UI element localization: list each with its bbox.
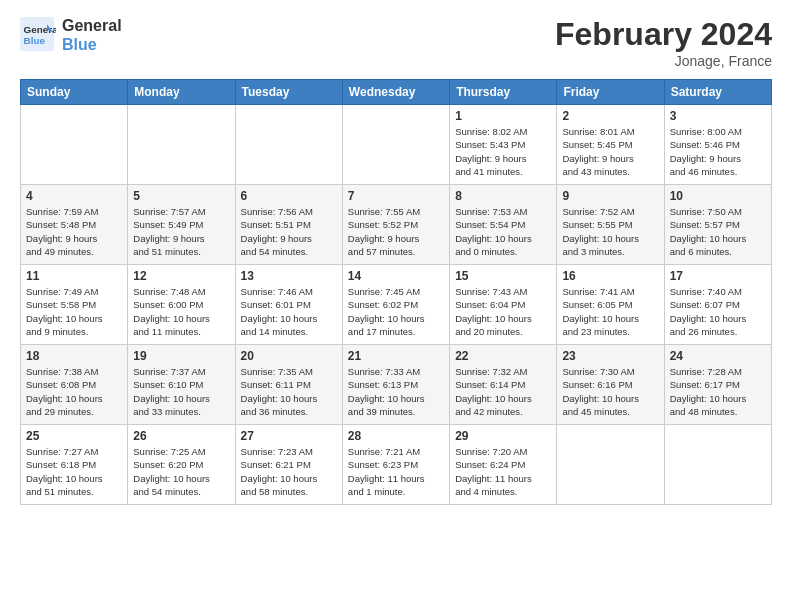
calendar-header: SundayMondayTuesdayWednesdayThursdayFrid…: [21, 80, 772, 105]
day-cell: 23Sunrise: 7:30 AM Sunset: 6:16 PM Dayli…: [557, 345, 664, 425]
day-info: Sunrise: 7:53 AM Sunset: 5:54 PM Dayligh…: [455, 205, 551, 258]
day-number: 22: [455, 349, 551, 363]
day-cell: [21, 105, 128, 185]
day-info: Sunrise: 7:38 AM Sunset: 6:08 PM Dayligh…: [26, 365, 122, 418]
day-number: 12: [133, 269, 229, 283]
day-cell: 3Sunrise: 8:00 AM Sunset: 5:46 PM Daylig…: [664, 105, 771, 185]
header-cell-sunday: Sunday: [21, 80, 128, 105]
day-cell: 6Sunrise: 7:56 AM Sunset: 5:51 PM Daylig…: [235, 185, 342, 265]
day-number: 14: [348, 269, 444, 283]
day-number: 13: [241, 269, 337, 283]
day-info: Sunrise: 7:21 AM Sunset: 6:23 PM Dayligh…: [348, 445, 444, 498]
day-info: Sunrise: 7:37 AM Sunset: 6:10 PM Dayligh…: [133, 365, 229, 418]
day-cell: 24Sunrise: 7:28 AM Sunset: 6:17 PM Dayli…: [664, 345, 771, 425]
day-number: 9: [562, 189, 658, 203]
day-info: Sunrise: 7:41 AM Sunset: 6:05 PM Dayligh…: [562, 285, 658, 338]
day-info: Sunrise: 7:35 AM Sunset: 6:11 PM Dayligh…: [241, 365, 337, 418]
day-cell: 5Sunrise: 7:57 AM Sunset: 5:49 PM Daylig…: [128, 185, 235, 265]
day-info: Sunrise: 7:43 AM Sunset: 6:04 PM Dayligh…: [455, 285, 551, 338]
logo-icon: General Blue: [20, 17, 56, 53]
day-cell: 11Sunrise: 7:49 AM Sunset: 5:58 PM Dayli…: [21, 265, 128, 345]
day-number: 16: [562, 269, 658, 283]
day-cell: 25Sunrise: 7:27 AM Sunset: 6:18 PM Dayli…: [21, 425, 128, 505]
week-row-3: 11Sunrise: 7:49 AM Sunset: 5:58 PM Dayli…: [21, 265, 772, 345]
day-cell: 10Sunrise: 7:50 AM Sunset: 5:57 PM Dayli…: [664, 185, 771, 265]
day-number: 19: [133, 349, 229, 363]
day-info: Sunrise: 7:48 AM Sunset: 6:00 PM Dayligh…: [133, 285, 229, 338]
day-info: Sunrise: 7:20 AM Sunset: 6:24 PM Dayligh…: [455, 445, 551, 498]
header-cell-thursday: Thursday: [450, 80, 557, 105]
day-cell: 20Sunrise: 7:35 AM Sunset: 6:11 PM Dayli…: [235, 345, 342, 425]
week-row-1: 1Sunrise: 8:02 AM Sunset: 5:43 PM Daylig…: [21, 105, 772, 185]
day-cell: 12Sunrise: 7:48 AM Sunset: 6:00 PM Dayli…: [128, 265, 235, 345]
day-info: Sunrise: 7:55 AM Sunset: 5:52 PM Dayligh…: [348, 205, 444, 258]
header-cell-monday: Monday: [128, 80, 235, 105]
day-cell: 14Sunrise: 7:45 AM Sunset: 6:02 PM Dayli…: [342, 265, 449, 345]
day-cell: 4Sunrise: 7:59 AM Sunset: 5:48 PM Daylig…: [21, 185, 128, 265]
day-number: 18: [26, 349, 122, 363]
day-info: Sunrise: 7:49 AM Sunset: 5:58 PM Dayligh…: [26, 285, 122, 338]
location: Jonage, France: [555, 53, 772, 69]
day-cell: [664, 425, 771, 505]
day-info: Sunrise: 7:59 AM Sunset: 5:48 PM Dayligh…: [26, 205, 122, 258]
day-cell: [128, 105, 235, 185]
day-info: Sunrise: 7:56 AM Sunset: 5:51 PM Dayligh…: [241, 205, 337, 258]
header-cell-friday: Friday: [557, 80, 664, 105]
day-cell: 27Sunrise: 7:23 AM Sunset: 6:21 PM Dayli…: [235, 425, 342, 505]
day-info: Sunrise: 7:28 AM Sunset: 6:17 PM Dayligh…: [670, 365, 766, 418]
day-number: 23: [562, 349, 658, 363]
day-cell: [557, 425, 664, 505]
calendar-body: 1Sunrise: 8:02 AM Sunset: 5:43 PM Daylig…: [21, 105, 772, 505]
day-cell: 18Sunrise: 7:38 AM Sunset: 6:08 PM Dayli…: [21, 345, 128, 425]
day-cell: [235, 105, 342, 185]
day-number: 2: [562, 109, 658, 123]
header: General Blue General Blue February 2024 …: [20, 16, 772, 69]
logo-text: General Blue: [62, 16, 122, 54]
day-info: Sunrise: 7:45 AM Sunset: 6:02 PM Dayligh…: [348, 285, 444, 338]
day-cell: [342, 105, 449, 185]
header-cell-tuesday: Tuesday: [235, 80, 342, 105]
day-number: 17: [670, 269, 766, 283]
day-info: Sunrise: 7:57 AM Sunset: 5:49 PM Dayligh…: [133, 205, 229, 258]
day-cell: 21Sunrise: 7:33 AM Sunset: 6:13 PM Dayli…: [342, 345, 449, 425]
week-row-2: 4Sunrise: 7:59 AM Sunset: 5:48 PM Daylig…: [21, 185, 772, 265]
day-number: 27: [241, 429, 337, 443]
week-row-4: 18Sunrise: 7:38 AM Sunset: 6:08 PM Dayli…: [21, 345, 772, 425]
day-number: 3: [670, 109, 766, 123]
day-number: 11: [26, 269, 122, 283]
day-info: Sunrise: 8:02 AM Sunset: 5:43 PM Dayligh…: [455, 125, 551, 178]
day-number: 25: [26, 429, 122, 443]
day-info: Sunrise: 7:40 AM Sunset: 6:07 PM Dayligh…: [670, 285, 766, 338]
day-info: Sunrise: 7:23 AM Sunset: 6:21 PM Dayligh…: [241, 445, 337, 498]
header-cell-wednesday: Wednesday: [342, 80, 449, 105]
day-number: 21: [348, 349, 444, 363]
day-cell: 26Sunrise: 7:25 AM Sunset: 6:20 PM Dayli…: [128, 425, 235, 505]
logo: General Blue General Blue: [20, 16, 122, 54]
day-number: 26: [133, 429, 229, 443]
day-number: 20: [241, 349, 337, 363]
day-number: 29: [455, 429, 551, 443]
day-number: 7: [348, 189, 444, 203]
calendar-table: SundayMondayTuesdayWednesdayThursdayFrid…: [20, 79, 772, 505]
day-cell: 7Sunrise: 7:55 AM Sunset: 5:52 PM Daylig…: [342, 185, 449, 265]
day-number: 6: [241, 189, 337, 203]
day-number: 1: [455, 109, 551, 123]
day-cell: 13Sunrise: 7:46 AM Sunset: 6:01 PM Dayli…: [235, 265, 342, 345]
day-cell: 9Sunrise: 7:52 AM Sunset: 5:55 PM Daylig…: [557, 185, 664, 265]
day-number: 10: [670, 189, 766, 203]
day-number: 4: [26, 189, 122, 203]
title-block: February 2024 Jonage, France: [555, 16, 772, 69]
day-cell: 22Sunrise: 7:32 AM Sunset: 6:14 PM Dayli…: [450, 345, 557, 425]
day-number: 8: [455, 189, 551, 203]
day-number: 24: [670, 349, 766, 363]
day-cell: 19Sunrise: 7:37 AM Sunset: 6:10 PM Dayli…: [128, 345, 235, 425]
day-info: Sunrise: 7:33 AM Sunset: 6:13 PM Dayligh…: [348, 365, 444, 418]
day-number: 28: [348, 429, 444, 443]
day-info: Sunrise: 7:32 AM Sunset: 6:14 PM Dayligh…: [455, 365, 551, 418]
day-cell: 15Sunrise: 7:43 AM Sunset: 6:04 PM Dayli…: [450, 265, 557, 345]
day-info: Sunrise: 7:52 AM Sunset: 5:55 PM Dayligh…: [562, 205, 658, 258]
day-cell: 2Sunrise: 8:01 AM Sunset: 5:45 PM Daylig…: [557, 105, 664, 185]
day-info: Sunrise: 8:01 AM Sunset: 5:45 PM Dayligh…: [562, 125, 658, 178]
day-number: 15: [455, 269, 551, 283]
day-info: Sunrise: 7:46 AM Sunset: 6:01 PM Dayligh…: [241, 285, 337, 338]
